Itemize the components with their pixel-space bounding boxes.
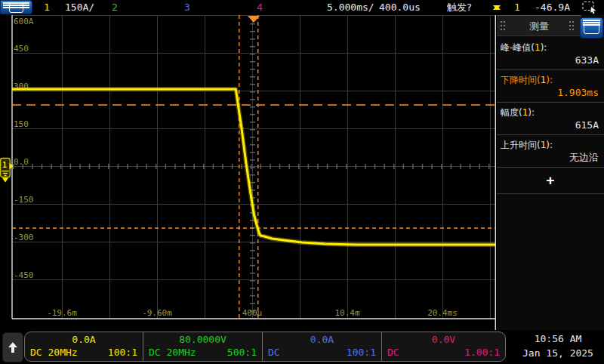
x-axis-label: 10.4m — [334, 308, 359, 318]
x-axis-label: -19.6m — [47, 308, 77, 318]
channel-value: 0.0A — [30, 334, 137, 346]
channel-value: 0.0A — [268, 334, 376, 346]
top-status-bar: 1 150A/ 2 3 4 5.000ms/ 400.0us 触发? 1 -46… — [0, 0, 604, 15]
trigger-source[interactable]: 1 — [514, 0, 520, 15]
main-menu-button[interactable] — [0, 0, 32, 14]
hamburger-menu-icon — [584, 22, 599, 34]
channel1-badge[interactable]: 1 — [44, 0, 50, 15]
expand-up-button[interactable] — [2, 332, 23, 362]
channel2-badge[interactable]: 2 — [112, 0, 118, 15]
drag-grip-icon[interactable] — [569, 21, 574, 31]
probe-ratio: 100:1 — [347, 346, 376, 359]
y-axis-label: 600A — [14, 17, 34, 26]
measurement-value: 无边沿 — [497, 151, 604, 164]
probe-ratio: 1.00:1 — [464, 346, 500, 359]
channel2-status[interactable]: 80.0000V DC 20MHz500:1 — [143, 332, 262, 361]
channel3-badge[interactable]: 3 — [184, 0, 190, 15]
y-axis-label: 0.0 — [14, 157, 29, 167]
delay-readout[interactable]: 400.0us — [379, 0, 421, 15]
trigger-status-label[interactable]: 触发? — [447, 0, 472, 15]
oscilloscope-screen: { "colors": { "ch1": "#ffe500", "ch2": "… — [0, 0, 604, 364]
hamburger-menu-icon — [9, 2, 23, 13]
coupling: DC 20MHz — [30, 346, 78, 359]
measurement-fall-time[interactable]: 下降时间(1): 1.903ms — [497, 70, 604, 103]
grid-border — [12, 15, 496, 330]
coupling: DC — [387, 346, 399, 359]
channel1-scale[interactable]: 150A/ — [65, 0, 94, 15]
y-axis-label: 450 — [14, 44, 29, 54]
waveform-display-area: 600A 450 300 150 0.0 -150 -300 -450 -19.… — [0, 15, 496, 330]
trigger-level[interactable]: -46.9A — [535, 0, 570, 15]
measurement-value: 633A — [497, 54, 604, 66]
panel-menu-button[interactable] — [580, 17, 603, 39]
coupling: DC 20MHz — [149, 346, 196, 359]
channel4-badge[interactable]: 4 — [257, 0, 263, 15]
selection-tool-icon[interactable] — [582, 1, 599, 14]
y-axis-label: -150 — [14, 195, 34, 205]
measurement-panel-header[interactable]: 测量 — [497, 15, 581, 36]
ch1-ground-marker[interactable]: 1 — [1, 159, 14, 183]
coupling: DC — [268, 346, 280, 359]
graticule-svg: 600A 450 300 150 0.0 -150 -300 -450 -19.… — [0, 15, 496, 330]
channel-status-bar: 0.0A DC 20MHz100:1 80.0000V DC 20MHz500:… — [0, 330, 604, 364]
up-arrow-icon — [8, 342, 18, 353]
center-axis-ticks — [13, 16, 495, 319]
clock: 10:56 AM Jan 15, 2025 — [515, 332, 601, 360]
y-axis-label: -300 — [14, 233, 34, 242]
channel3-status[interactable]: 0.0A DC100:1 — [262, 332, 381, 361]
y-axis-label: -450 — [14, 270, 34, 280]
measurement-panel: 测量 峰-峰值(1): 633A 下降时间(1): 1.903ms 幅度(1):… — [497, 15, 604, 330]
date-display: Jan 15, 2025 — [515, 346, 601, 360]
channel-group: 0.0A DC 20MHz100:1 80.0000V DC 20MHz500:… — [24, 332, 506, 362]
probe-ratio: 100:1 — [108, 346, 137, 359]
trigger-time-marker[interactable] — [248, 16, 260, 23]
x-axis-label: 20.4ms — [427, 308, 458, 318]
measurement-peak-to-peak[interactable]: 峰-峰值(1): 633A — [497, 38, 604, 70]
channel4-status[interactable]: 0.0V DC1.00:1 — [381, 332, 505, 361]
measurement-list: 峰-峰值(1): 633A 下降时间(1): 1.903ms 幅度(1): 61… — [497, 38, 604, 194]
svg-text:1: 1 — [2, 161, 7, 169]
channel-value: 80.0000V — [149, 334, 257, 346]
timebase-readout[interactable]: 5.000ms/ — [327, 0, 374, 15]
y-axis-label: 150 — [14, 119, 29, 129]
measurement-value: 615A — [497, 119, 604, 131]
measurement-rise-time[interactable]: 上升时间(1): 无边沿 — [497, 135, 604, 168]
measurement-amplitude[interactable]: 幅度(1): 615A — [497, 103, 604, 135]
time-display: 10:56 AM — [515, 332, 601, 346]
x-axis-label: 400u — [242, 308, 263, 318]
x-axis-label: -9.60m — [142, 308, 172, 318]
measurement-value: 1.903ms — [497, 86, 604, 99]
channel-value: 0.0V — [387, 334, 500, 346]
add-measurement-button[interactable]: + — [497, 168, 604, 194]
probe-ratio: 500:1 — [227, 346, 257, 359]
trigger-slope-icon[interactable] — [492, 2, 501, 14]
channel1-status[interactable]: 0.0A DC 20MHz100:1 — [25, 332, 143, 361]
